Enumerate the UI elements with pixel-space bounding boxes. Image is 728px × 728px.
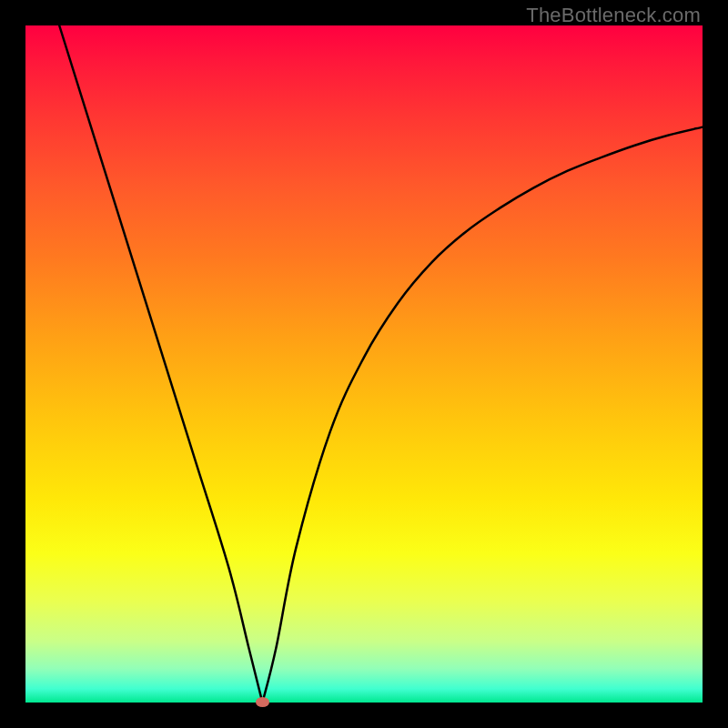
watermark-text: TheBottleneck.com xyxy=(526,4,701,27)
curve-left-branch xyxy=(59,25,262,703)
chart-frame: TheBottleneck.com xyxy=(0,0,728,728)
plot-area xyxy=(25,25,703,703)
minimum-marker xyxy=(256,697,269,707)
curve-right-branch xyxy=(262,127,703,703)
curve-layer xyxy=(25,25,703,703)
